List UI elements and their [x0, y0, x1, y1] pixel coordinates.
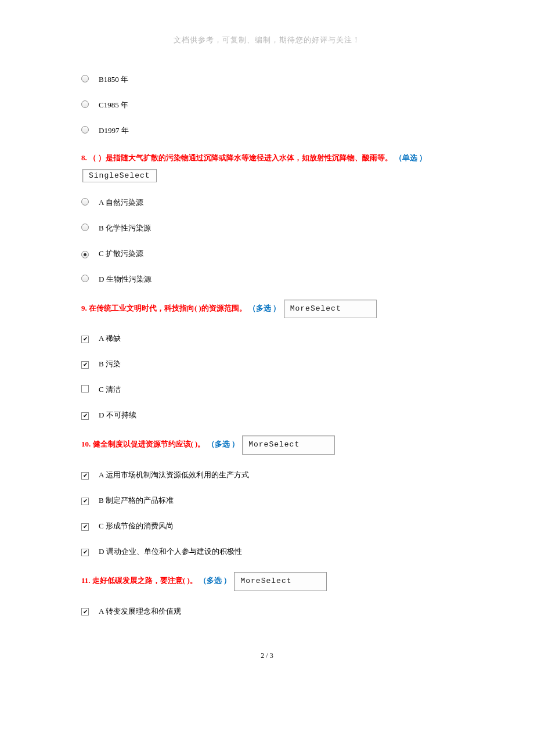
option-label: B 化学性污染源 [99, 223, 151, 233]
question-8: 8. （ ）是指随大气扩散的污染物通过沉降或降水等途径进入水体，如放射性沉降物、… [81, 151, 453, 165]
checkbox-icon[interactable] [81, 523, 89, 531]
radio-icon[interactable] [81, 224, 89, 231]
checkbox-icon[interactable] [81, 472, 89, 480]
option-row: C 清洁 [81, 384, 453, 395]
radio-icon[interactable] [81, 100, 89, 108]
question-number: 9. [81, 304, 87, 312]
question-text: 走好低碳发展之路，要注意( )。 [92, 576, 197, 585]
question-number: 11. [81, 576, 91, 585]
question-type-label: （多选 ） [207, 440, 239, 449]
option-label: D1997 年 [99, 125, 129, 136]
question-type-label: （多选 ） [248, 304, 280, 312]
checkbox-icon[interactable] [81, 361, 89, 369]
option-row: B 污染 [81, 359, 453, 369]
option-label: A 转变发展理念和价值观 [99, 606, 181, 617]
radio-icon[interactable] [81, 275, 89, 282]
page-footer: 2 / 3 [81, 651, 453, 660]
checkbox-icon[interactable] [81, 336, 89, 343]
radio-icon[interactable] [81, 251, 89, 258]
checkbox-icon[interactable] [81, 549, 89, 556]
checkbox-icon[interactable] [81, 608, 89, 615]
checkbox-icon[interactable] [81, 385, 89, 393]
option-label: C1985 年 [99, 100, 128, 110]
question-text: （ ）是指随大气扩散的污染物通过沉降或降水等途径进入水体，如放射性沉降物、酸雨等… [89, 153, 392, 162]
option-row: C1985 年 [81, 100, 453, 110]
question-number: 10. [81, 440, 91, 449]
type-box-single[interactable]: SingleSelect [82, 169, 157, 182]
question-text: 健全制度以促进资源节约应该( )。 [93, 440, 205, 449]
option-label: D 不可持续 [99, 410, 136, 420]
option-row: D1997 年 [81, 125, 453, 136]
option-label: D 调动企业、单位和个人参与建设的积极性 [99, 546, 242, 557]
option-row: C 扩散污染源 [81, 249, 453, 259]
radio-icon[interactable] [81, 126, 89, 134]
option-label: A 稀缺 [99, 333, 121, 344]
type-box-multi[interactable]: MoreSelect [284, 300, 377, 319]
question-11: 11. 走好低碳发展之路，要注意( )。 （多选 ） MoreSelect [81, 572, 453, 591]
question-10: 10. 健全制度以促进资源节约应该( )。 （多选 ） MoreSelect [81, 435, 453, 455]
page-container: 文档供参考，可复制、编制，期待您的好评与关注！ B1850 年 C1985 年 … [0, 0, 534, 683]
option-row: A 稀缺 [81, 333, 453, 344]
option-label: B 制定严格的产品标准 [99, 495, 174, 506]
option-label: A 自然污染源 [99, 197, 143, 208]
question-9: 9. 在传统工业文明时代，科技指向( )的资源范围。 （多选 ） MoreSel… [81, 300, 453, 319]
option-row: D 生物性污染源 [81, 274, 453, 285]
checkbox-icon[interactable] [81, 498, 89, 505]
question-text: 在传统工业文明时代，科技指向( )的资源范围。 [89, 304, 247, 312]
option-label: C 扩散污染源 [99, 249, 143, 259]
option-row: A 运用市场机制淘汰资源低效利用的生产方式 [81, 470, 453, 480]
question-type-label: （单选 ） [395, 153, 427, 162]
type-box-multi[interactable]: MoreSelect [242, 435, 335, 455]
question-number: 8. [81, 153, 87, 162]
checkbox-icon[interactable] [81, 412, 89, 420]
option-row: C 形成节俭的消费风尚 [81, 521, 453, 531]
option-label: D 生物性污染源 [99, 274, 151, 285]
question-type-label: （多选 ） [199, 576, 231, 585]
option-label: C 清洁 [99, 384, 121, 395]
option-row: A 转变发展理念和价值观 [81, 606, 453, 617]
radio-icon[interactable] [81, 75, 89, 82]
option-label: B 污染 [99, 359, 121, 369]
option-label: C 形成节俭的消费风尚 [99, 521, 174, 531]
header-note: 文档供参考，可复制、编制，期待您的好评与关注！ [81, 35, 453, 45]
option-row: B 制定严格的产品标准 [81, 495, 453, 506]
radio-icon[interactable] [81, 198, 89, 206]
option-row: B1850 年 [81, 74, 453, 85]
option-row: D 调动企业、单位和个人参与建设的积极性 [81, 546, 453, 557]
option-row: A 自然污染源 [81, 197, 453, 208]
option-label: B1850 年 [99, 74, 128, 85]
option-row: B 化学性污染源 [81, 223, 453, 233]
option-row: D 不可持续 [81, 410, 453, 420]
option-label: A 运用市场机制淘汰资源低效利用的生产方式 [99, 470, 249, 480]
type-box-multi[interactable]: MoreSelect [234, 572, 327, 591]
